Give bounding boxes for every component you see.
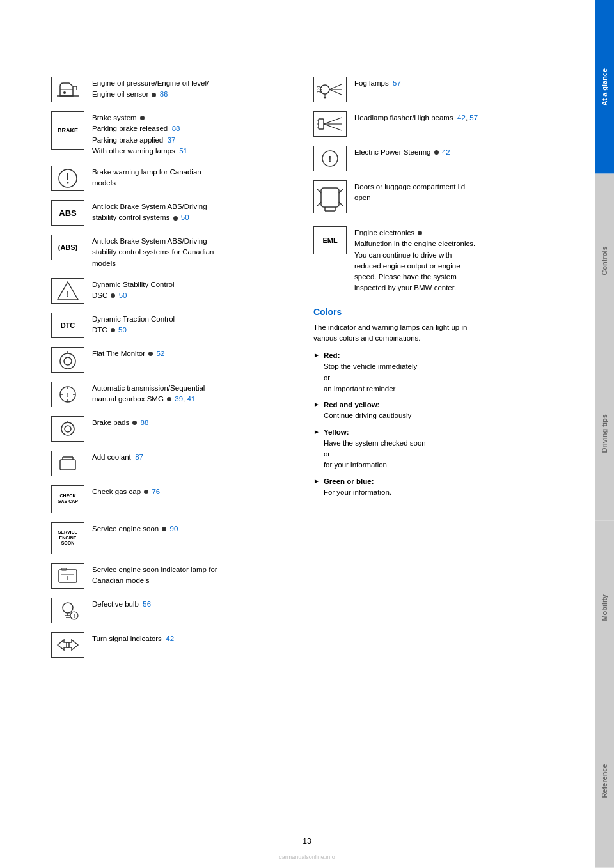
dtc-icon: DTC — [51, 313, 84, 338]
brake-text: Brake system Parking brake released 88 P… — [92, 111, 187, 157]
svg-line-54 — [339, 189, 343, 193]
svg-text:!: ! — [329, 154, 331, 164]
service-engine-icon: SERVICEENGINESOON — [51, 522, 84, 554]
svg-point-1 — [63, 91, 66, 94]
colors-title: Colors — [313, 307, 556, 317]
check-gas-cap-text: Check gas cap 76 — [92, 485, 160, 497]
watermark: carmanualsonline.info — [279, 854, 335, 860]
list-item: SERVICEENGINESOON Service engine soon 90 — [51, 522, 294, 554]
sidebar-tabs: At a glance Controls Driving tips Mobili… — [595, 0, 614, 868]
defective-bulb-icon: ! — [51, 598, 84, 623]
sidebar-tab-driving-tips[interactable]: Driving tips — [595, 347, 614, 521]
color-item-red-yellow: ► Red and yellow: Continue driving cauti… — [313, 399, 556, 422]
dsc-text: Dynamic Stability ControlDSC 50 — [92, 278, 174, 302]
headlamp-icon — [313, 111, 347, 137]
coolant-icon — [51, 451, 84, 476]
list-item: Fog lamps 57 — [313, 77, 556, 102]
eml-icon: EML — [313, 226, 347, 254]
eps-icon: ! — [313, 146, 347, 171]
page-container: Engine oil pressure/Engine oil level/Eng… — [0, 0, 614, 868]
svg-text:!: ! — [67, 392, 69, 398]
right-column: Fog lamps 57 — [313, 77, 556, 830]
list-item: EML Engine electronics Malfunction in th… — [313, 226, 556, 294]
list-item: Doors or luggage compartment lidopen — [313, 180, 556, 213]
list-item: ! Flat Tire Monitor 52 — [51, 347, 294, 373]
doors-open-text: Doors or luggage compartment lidopen — [354, 180, 465, 204]
eps-text: Electric Power Steering 42 — [354, 146, 450, 158]
list-item: ABS Antilock Brake System ABS/Drivingsta… — [51, 200, 294, 226]
color-item-green-blue: ► Green or blue: For your information. — [313, 476, 556, 499]
color-green-blue-text: Green or blue: For your information. — [324, 476, 391, 499]
flat-tire-text: Flat Tire Monitor 52 — [92, 347, 164, 359]
list-item: (ABS) Antilock Brake System ABS/Drivings… — [51, 235, 294, 269]
brake-icon: BRAKE — [51, 111, 84, 150]
arrow-icon: ► — [313, 401, 320, 408]
brake-pads-text: Brake pads 88 — [92, 416, 148, 428]
sidebar-tab-reference[interactable]: Reference — [595, 694, 614, 868]
engine-oil-text: Engine oil pressure/Engine oil level/Eng… — [92, 77, 209, 100]
colors-intro: The indicator and warning lamps can ligh… — [313, 322, 556, 345]
list-item: Headlamp flasher/High beams 42, 57 — [313, 111, 556, 137]
list-item: ! Defective bulb 56 — [51, 598, 294, 623]
svg-point-7 — [60, 353, 75, 369]
svg-rect-42 — [319, 119, 324, 129]
arrow-icon: ► — [313, 352, 320, 359]
coolant-text: Add coolant 87 — [92, 451, 143, 463]
svg-text:!: ! — [69, 352, 71, 359]
brake-canadian-text: Brake warning lamp for Canadianmodels — [92, 166, 201, 189]
brake-canadian-icon — [51, 166, 84, 191]
fog-lamps-icon — [313, 77, 347, 102]
page-number: 13 — [303, 837, 311, 846]
svg-point-17 — [61, 422, 74, 435]
doors-open-icon — [313, 180, 347, 213]
transmission-text: Automatic transmission/Sequentialmanual … — [92, 382, 205, 405]
list-item: i Service engine soon indicator lamp for… — [51, 563, 294, 589]
abs-canadian-text: Antilock Brake System ABS/Drivingstabili… — [92, 235, 214, 269]
service-engine-canadian-text: Service engine soon indicator lamp forCa… — [92, 563, 217, 587]
flat-tire-icon: ! — [51, 347, 84, 373]
fog-lamps-text: Fog lamps 57 — [354, 77, 401, 89]
abs-text: Antilock Brake System ABS/Drivingstabili… — [92, 200, 207, 224]
main-content: Engine oil pressure/Engine oil level/Eng… — [0, 0, 595, 868]
svg-line-52 — [317, 189, 321, 193]
list-item: Add coolant 87 — [51, 451, 294, 476]
list-item: Brake pads 88 — [51, 416, 294, 442]
color-red-text: Red: Stop the vehicle immediately or an … — [324, 350, 417, 394]
transmission-icon: ! — [51, 382, 84, 407]
color-red-yellow-text: Red and yellow: Continue driving cautiou… — [324, 399, 411, 422]
sidebar-tab-at-a-glance[interactable]: At a glance — [595, 0, 614, 174]
svg-line-43 — [324, 118, 342, 124]
arrow-icon: ► — [313, 477, 320, 484]
headlamp-text: Headlamp flasher/High beams 42, 57 — [354, 111, 478, 123]
svg-line-37 — [329, 84, 342, 89]
arrow-icon: ► — [313, 428, 320, 435]
engine-oil-icon — [51, 77, 84, 102]
list-item: Brake warning lamp for Canadianmodels — [51, 166, 294, 191]
dtc-text: Dynamic Traction ControlDTC 50 — [92, 313, 175, 336]
list-item: Engine oil pressure/Engine oil level/Eng… — [51, 77, 294, 102]
colors-section: Colors The indicator and warning lamps c… — [313, 307, 556, 499]
svg-line-55 — [339, 202, 343, 206]
list-item: ! Automatic transmission/Sequentialmanua… — [51, 382, 294, 407]
list-item: CHECKGAS CAP Check gas cap 76 — [51, 485, 294, 513]
svg-text:i: i — [67, 575, 69, 582]
sidebar-tab-controls[interactable]: Controls — [595, 174, 614, 348]
abs-canadian-icon: (ABS) — [51, 235, 84, 260]
check-gas-cap-icon: CHECKGAS CAP — [51, 485, 84, 513]
turn-signal-icon — [51, 632, 84, 658]
svg-marker-34 — [58, 640, 69, 650]
eml-text: Engine electronics Malfunction in the en… — [354, 226, 475, 294]
svg-line-45 — [324, 124, 342, 130]
svg-rect-20 — [60, 460, 75, 470]
left-column: Engine oil pressure/Engine oil level/Eng… — [51, 77, 294, 830]
turn-signal-text: Turn signal indicators 42 — [92, 632, 174, 644]
sidebar-tab-mobility[interactable]: Mobility — [595, 521, 614, 695]
list-item: Turn signal indicators 42 — [51, 632, 294, 658]
list-item: ! Dynamic Stability ControlDSC 50 — [51, 278, 294, 304]
svg-line-39 — [329, 89, 342, 95]
svg-rect-51 — [321, 188, 339, 207]
list-item: BRAKE Brake system Parking brake release… — [51, 111, 294, 157]
brake-pads-icon — [51, 416, 84, 442]
service-engine-text: Service engine soon 90 — [92, 522, 178, 534]
service-engine-canadian-icon: i — [51, 563, 84, 589]
